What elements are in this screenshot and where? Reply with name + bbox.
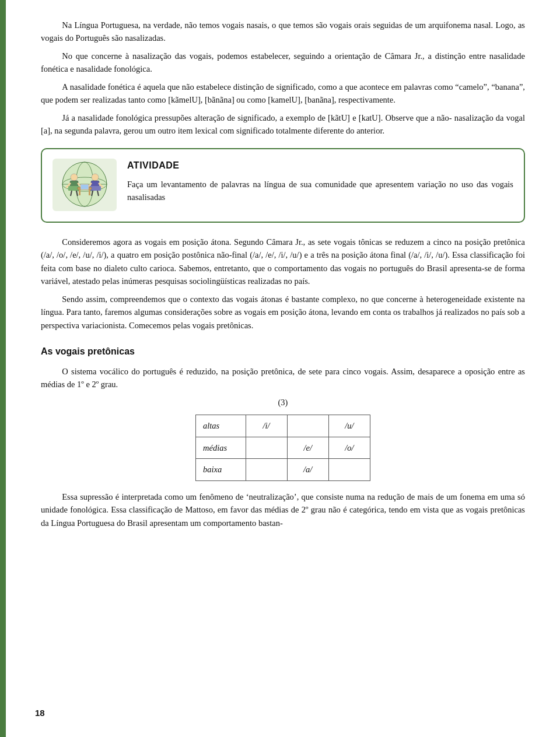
page: Na Língua Portuguesa, na verdade, não te… <box>0 0 560 737</box>
cell-altas-empty <box>287 415 328 437</box>
paragraph-4: Já a nasalidade fonológica pressupões al… <box>41 111 525 138</box>
cell-medias-o: /o/ <box>328 437 370 458</box>
table-label: (3) <box>41 396 525 409</box>
main-content: Na Língua Portuguesa, na verdade, não te… <box>41 19 525 529</box>
vowel-table-container: altas /i/ /u/ médias /e/ /o/ baixa <box>41 415 525 480</box>
activity-description: Faça um levantamento de palavras na líng… <box>127 178 513 204</box>
paragraph-6: Sendo assim, compreendemos que o context… <box>41 293 525 332</box>
paragraph-3: A nasalidade fonética é aquela que não e… <box>41 80 525 107</box>
section-heading-pretonic: As vogais pretônicas <box>41 345 525 359</box>
paragraph-7: O sistema vocálico do português é reduzi… <box>41 365 525 391</box>
cell-baixa-empty2 <box>328 459 370 480</box>
svg-point-4 <box>71 174 78 181</box>
paragraph-8: Essa supressão é interpretada como um fe… <box>41 490 525 529</box>
table-row-medias: médias /e/ /o/ <box>196 437 370 458</box>
table-row-baixa: baixa /a/ <box>196 459 370 480</box>
svg-rect-19 <box>79 189 80 195</box>
cell-medias-empty <box>246 437 287 458</box>
table-row-altas: altas /i/ /u/ <box>196 415 370 437</box>
cell-altas-u: /u/ <box>328 415 370 437</box>
cell-baixa-a: /a/ <box>287 459 328 480</box>
svg-point-11 <box>92 174 99 181</box>
row-label-altas: altas <box>196 415 246 437</box>
left-bar-decoration <box>0 0 6 737</box>
activity-content-area: ATIVIDADE Faça um levantamento de palavr… <box>127 159 513 204</box>
paragraph-2: No que concerne à nasalização das vogais… <box>41 50 525 76</box>
row-label-baixa: baixa <box>196 459 246 480</box>
paragraph-1: Na Língua Portuguesa, na verdade, não te… <box>41 19 525 45</box>
svg-rect-12 <box>91 181 99 187</box>
vowel-table: altas /i/ /u/ médias /e/ /o/ baixa <box>195 415 370 480</box>
activity-box: ATIVIDADE Faça um levantamento de palavr… <box>41 148 525 223</box>
svg-rect-22 <box>81 185 88 189</box>
activity-illustration <box>52 159 117 211</box>
paragraph-5: Consideremos agora as vogais em posição … <box>41 236 525 288</box>
page-number: 18 <box>35 706 45 720</box>
activity-title: ATIVIDADE <box>127 159 513 173</box>
cell-altas-i: /i/ <box>246 415 287 437</box>
row-label-medias: médias <box>196 437 246 458</box>
cell-medias-e: /e/ <box>287 437 328 458</box>
svg-rect-20 <box>89 189 90 195</box>
svg-rect-5 <box>70 181 78 187</box>
cell-baixa-empty1 <box>246 459 287 480</box>
